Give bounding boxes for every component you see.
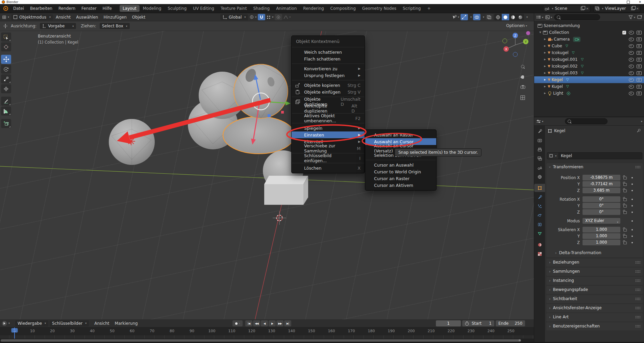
tab-material[interactable] <box>534 241 545 249</box>
prev-keyframe-button[interactable]: ◀◀ <box>253 320 260 326</box>
frame-ruler[interactable]: 1102030405060708090100110120130140150160… <box>0 327 534 335</box>
menu-item-flach-schattieren[interactable]: Flach schattieren <box>292 55 365 62</box>
tab-geometry-nodes[interactable]: Geometry Nodes <box>359 5 399 12</box>
panel-drag-grip[interactable] <box>635 261 640 264</box>
tab-constraints[interactable] <box>534 220 545 228</box>
properties-options-dropdown[interactable]: ▾ <box>641 120 642 123</box>
disable-in-render-icon[interactable] <box>637 71 642 75</box>
transform-panel-header[interactable]: › Transformieren <box>546 163 643 171</box>
mesh-data-icon[interactable]: ▽ <box>581 71 584 75</box>
animate-dot[interactable] <box>631 199 633 200</box>
scale-x-field[interactable]: 1.000 <box>583 227 620 232</box>
position-y-field[interactable]: -0.77142 m <box>583 181 620 187</box>
submenu-item-cursor-an-aktivem[interactable]: Cursor an Aktivem <box>365 182 436 189</box>
tab-world[interactable] <box>534 173 545 181</box>
light-data-icon[interactable] <box>567 92 570 95</box>
disable-in-render-icon[interactable] <box>637 58 642 62</box>
disclosure-icon[interactable]: ▶ <box>544 45 546 47</box>
hide-in-viewport-icon[interactable] <box>629 58 634 62</box>
snap-with-dropdown[interactable]: ▾ <box>267 15 273 19</box>
animate-dot[interactable] <box>631 220 633 222</box>
tab-layout[interactable]: Layout <box>120 5 140 12</box>
outliner-row-scene-collection[interactable]: Szenensammlung <box>534 22 644 29</box>
animate-dot[interactable] <box>631 229 633 230</box>
rotation-y-field[interactable]: 0° <box>583 203 620 209</box>
outliner-row-icokugel-002[interactable]: ▶▼ Icokugel.002 ▽ <box>534 63 644 70</box>
outliner-filter-dropdown[interactable]: ▾ <box>628 15 635 19</box>
menu-item-umbenennen[interactable]: Aktives Objekt umbenennen...F2 <box>292 115 365 122</box>
lock-icon[interactable] <box>623 197 627 202</box>
lock-icon[interactable] <box>623 182 627 187</box>
lock-icon[interactable] <box>623 176 627 180</box>
tool-select-box[interactable] <box>1 32 11 42</box>
viewport-canvas[interactable]: Benutzeransicht (1) Collection | Kegel <box>0 31 534 319</box>
timeline-scrollbar[interactable] <box>0 339 534 342</box>
new-viewlayer-icon[interactable] <box>631 7 635 10</box>
object-visibility-dropdown[interactable]: ▾ <box>452 15 459 19</box>
tab-physics[interactable] <box>534 211 545 219</box>
frame-end-field[interactable]: Ende 250 <box>496 320 525 326</box>
lock-icon[interactable] <box>623 234 627 239</box>
menu-fenster[interactable]: Fenster <box>78 6 100 11</box>
menu-item-spiegeln[interactable]: Spiegeln▶ <box>292 125 365 131</box>
object-id-dropdown[interactable]: ▾ <box>547 153 558 159</box>
menu-item-verschiebe-zur-sammlung[interactable]: Verschiebe zur SammlungM <box>292 145 365 152</box>
menu-objekt[interactable]: Objekt <box>129 15 148 20</box>
disclosure-icon[interactable]: ▶ <box>544 51 546 54</box>
menu-hinzufuegen[interactable]: Hinzufügen <box>101 15 129 20</box>
perspective-toggle-button[interactable] <box>519 94 526 101</box>
panel-drag-grip[interactable] <box>635 270 640 273</box>
animate-dot[interactable] <box>631 242 633 243</box>
properties-editor-type-dropdown[interactable]: ▾ <box>536 119 543 123</box>
tool-move[interactable] <box>1 55 11 64</box>
os-titlebar[interactable]: Blender ✕ <box>0 0 644 4</box>
playhead[interactable] <box>14 327 15 339</box>
zoom-view-button[interactable] <box>519 63 526 70</box>
panel-beziehungen[interactable]: ›Beziehungen <box>546 259 643 267</box>
viewlayer-selector[interactable]: ▾ ViewLayer ✕ <box>593 5 641 12</box>
tool-add-primitive[interactable] <box>1 119 11 128</box>
breadcrumb-object-name[interactable]: Kegel <box>554 128 565 133</box>
remove-viewlayer-icon[interactable]: ✕ <box>636 7 639 10</box>
timeline-menu-markierung[interactable]: Markierung <box>112 321 141 326</box>
tool-transform[interactable] <box>1 84 11 93</box>
gizmos-toggle[interactable] <box>461 14 468 20</box>
jump-to-start-button[interactable]: |◀ <box>245 320 252 326</box>
menu-item-schluesselbild-einfuegen[interactable]: Schlüsselbild einfügen...I <box>292 155 365 162</box>
drag-dropdown[interactable]: Select Box ▾ <box>100 23 130 29</box>
hide-in-viewport-icon[interactable] <box>629 44 634 48</box>
jump-to-end-button[interactable]: ▶| <box>284 320 291 326</box>
overlays-toggle[interactable] <box>473 14 480 20</box>
tab-uv-editing[interactable]: UV Editing <box>190 5 217 12</box>
menu-item-ursprung-festlegen[interactable]: Ursprung festlegen▶ <box>292 72 365 79</box>
disable-in-render-icon[interactable] <box>637 31 642 34</box>
menu-datei[interactable]: Datei <box>10 6 27 11</box>
disclosure-open-icon[interactable]: ▼ <box>539 31 542 34</box>
tab-output[interactable] <box>534 145 545 153</box>
new-collection-button[interactable] <box>637 15 642 20</box>
hide-in-viewport-icon[interactable] <box>629 38 634 41</box>
panel-drag-grip[interactable] <box>635 307 640 310</box>
editor-type-selector[interactable]: ▾ <box>0 15 11 19</box>
panel-ansichtsfenster-anzeige[interactable]: ›Ansichtsfenster-Anzeige <box>546 304 643 312</box>
position-x-field[interactable]: -0.58675 m <box>583 175 620 180</box>
pan-view-button[interactable] <box>519 73 526 80</box>
outliner-row-icokugel-001[interactable]: ▶▼ Icokugel.001 ▽ <box>534 56 644 63</box>
tool-measure[interactable] <box>1 106 11 116</box>
tab-modifiers[interactable] <box>534 193 545 201</box>
gizmo-red-handle[interactable] <box>281 111 284 114</box>
mesh-data-icon[interactable]: ▽ <box>566 78 569 81</box>
close-window-icon[interactable]: ✕ <box>639 0 641 4</box>
wiedergabe-dropdown[interactable]: Wiedergabe▾ <box>15 320 48 326</box>
auto-keying-button[interactable]: ▾ <box>232 320 243 326</box>
scene-selector[interactable]: ▾ Scene ✕ <box>543 5 590 12</box>
scale-z-field[interactable]: 1.000 <box>583 240 620 245</box>
outliner-row-collection[interactable]: ▼ Collection ✓ <box>534 29 644 36</box>
mesh-data-icon[interactable]: ▽ <box>566 85 569 88</box>
mesh-data-icon[interactable]: ▽ <box>581 65 584 68</box>
disable-in-render-icon[interactable] <box>637 44 642 48</box>
tab-scene[interactable] <box>534 164 545 172</box>
disable-in-render-icon[interactable] <box>637 78 642 82</box>
outliner-display-mode-dropdown[interactable]: ▾ <box>536 15 543 19</box>
menu-hilfe[interactable]: Hilfe <box>100 6 115 11</box>
